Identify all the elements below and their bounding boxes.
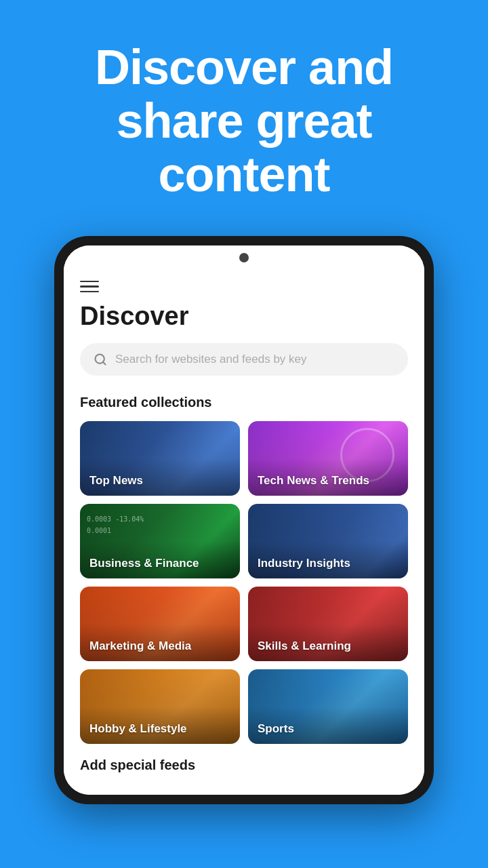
- app-content: Discover Search for websites and feeds b…: [64, 270, 424, 795]
- card-label-industry: Industry Insights: [258, 557, 399, 570]
- featured-collections-title: Featured collections: [80, 395, 408, 410]
- add-feeds-title: Add special feeds: [80, 757, 408, 778]
- hamburger-icon: [80, 281, 99, 293]
- page-title: Discover: [80, 302, 408, 331]
- collection-card-skills[interactable]: Skills & Learning: [248, 587, 408, 661]
- search-input-placeholder: Search for websites and feeds by key: [115, 353, 307, 366]
- card-label-skills: Skills & Learning: [258, 639, 399, 653]
- phone-notch: [64, 245, 424, 270]
- collection-card-industry[interactable]: Industry Insights: [248, 504, 408, 578]
- collection-card-tech-news[interactable]: Tech News & Trends: [248, 421, 408, 496]
- search-icon: [94, 353, 107, 366]
- card-label-tech-news: Tech News & Trends: [258, 474, 399, 488]
- collection-card-business[interactable]: 0.0003 -13.04%0.0001 Business & Finance: [80, 504, 240, 578]
- hero-section: Discover and share great content: [0, 0, 488, 229]
- svg-line-1: [103, 362, 106, 365]
- collection-card-top-news[interactable]: Top News: [80, 421, 240, 496]
- card-label-top-news: Top News: [89, 474, 230, 488]
- collections-grid: Top News Tech News & Trends 0.0003 -13.0…: [80, 421, 408, 744]
- collection-card-hobby[interactable]: Hobby & Lifestyle: [80, 669, 240, 744]
- phone-mockup: Discover Search for websites and feeds b…: [54, 236, 434, 868]
- card-label-marketing: Marketing & Media: [89, 639, 230, 653]
- hero-title: Discover and share great content: [27, 41, 461, 202]
- camera-dot: [239, 253, 249, 262]
- card-label-hobby: Hobby & Lifestyle: [89, 722, 230, 736]
- menu-button[interactable]: [80, 281, 408, 293]
- collection-card-marketing[interactable]: Marketing & Media: [80, 587, 240, 661]
- collection-card-sports[interactable]: Sports: [248, 669, 408, 744]
- phone-outer: Discover Search for websites and feeds b…: [54, 236, 434, 805]
- card-label-sports: Sports: [258, 722, 399, 736]
- phone-screen: Discover Search for websites and feeds b…: [64, 245, 424, 795]
- card-label-business: Business & Finance: [89, 557, 230, 570]
- search-bar[interactable]: Search for websites and feeds by key: [80, 343, 408, 376]
